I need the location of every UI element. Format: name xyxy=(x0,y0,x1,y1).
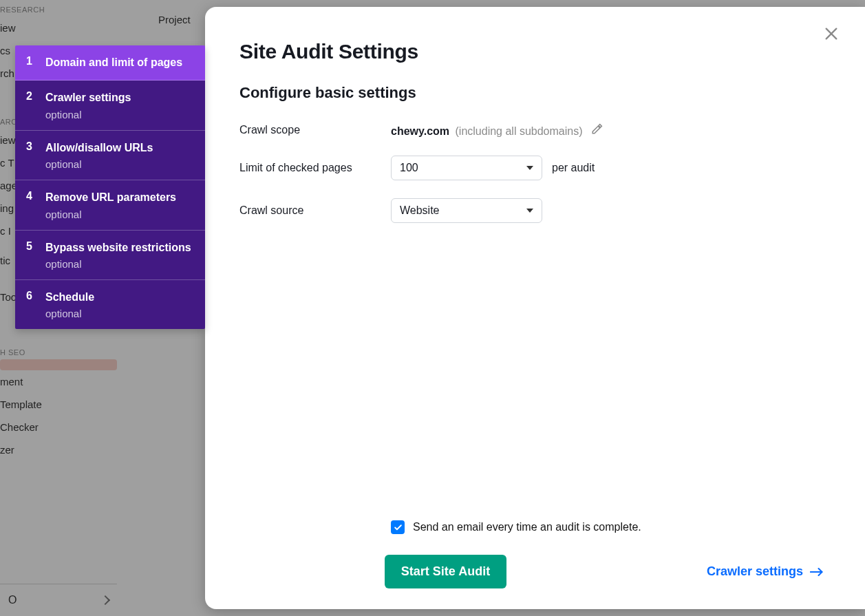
close-button[interactable] xyxy=(824,26,842,44)
row-crawl-scope: Crawl scope chewy.com (including all sub… xyxy=(239,123,831,138)
close-icon xyxy=(824,26,839,41)
step-label: Schedule xyxy=(45,290,194,305)
step-label: Remove URL parameters xyxy=(45,190,194,205)
step-label: Bypass website restrictions xyxy=(45,240,194,255)
step-number: 2 xyxy=(26,90,45,103)
source-select[interactable]: Website xyxy=(391,198,542,223)
wizard-step-urls[interactable]: 3 Allow/disallow URLs optional xyxy=(15,131,205,180)
settings-modal: Site Audit Settings Configure basic sett… xyxy=(205,7,865,609)
next-link-label: Crawler settings xyxy=(707,564,803,579)
limit-label: Limit of checked pages xyxy=(239,162,391,174)
limit-value: 100 xyxy=(400,162,418,173)
email-label: Send an email every time an audit is com… xyxy=(413,521,641,533)
check-icon xyxy=(394,523,403,532)
email-notify-row: Send an email every time an audit is com… xyxy=(391,520,831,534)
modal-title: Site Audit Settings xyxy=(239,40,831,63)
wizard-step-params[interactable]: 4 Remove URL parameters optional xyxy=(15,180,205,230)
arrow-right-icon xyxy=(810,567,824,577)
step-label: Crawler settings xyxy=(45,90,194,105)
step-label: Domain and limit of pages xyxy=(45,55,194,70)
step-sub: optional xyxy=(45,209,194,220)
step-sub: optional xyxy=(45,109,194,120)
scope-domain: chewy.com xyxy=(391,125,449,137)
scope-note: (including all subdomains) xyxy=(456,125,583,137)
step-sub: optional xyxy=(45,158,194,170)
row-limit-pages: Limit of checked pages 100 per audit xyxy=(239,156,831,180)
step-number: 4 xyxy=(26,190,45,202)
wizard-step-crawler[interactable]: 2 Crawler settings optional xyxy=(15,81,205,130)
step-number: 6 xyxy=(26,290,45,302)
step-sub: optional xyxy=(45,258,194,270)
crawl-scope-value: chewy.com (including all subdomains) xyxy=(391,123,604,138)
limit-select[interactable]: 100 xyxy=(391,156,542,180)
step-number: 1 xyxy=(26,55,45,67)
step-sub: optional xyxy=(45,308,194,319)
edit-scope-button[interactable] xyxy=(591,123,604,135)
modal-subtitle: Configure basic settings xyxy=(239,84,831,102)
footer-actions: Start Site Audit Crawler settings xyxy=(239,555,831,588)
crawl-scope-label: Crawl scope xyxy=(239,124,391,136)
row-crawl-source: Crawl source Website xyxy=(239,198,831,223)
modal-footer: Send an email every time an audit is com… xyxy=(239,520,831,588)
step-number: 3 xyxy=(26,140,45,153)
source-label: Crawl source xyxy=(239,204,391,217)
email-checkbox[interactable] xyxy=(391,520,405,534)
wizard-step-domain[interactable]: 1 Domain and limit of pages xyxy=(15,45,205,81)
wizard-step-schedule[interactable]: 6 Schedule optional xyxy=(15,280,205,329)
start-audit-button[interactable]: Start Site Audit xyxy=(385,555,506,588)
chevron-down-icon xyxy=(526,209,533,213)
chevron-down-icon xyxy=(526,166,533,170)
step-label: Allow/disallow URLs xyxy=(45,140,194,156)
wizard-steps: 1 Domain and limit of pages 2 Crawler se… xyxy=(15,45,205,329)
wizard-step-bypass[interactable]: 5 Bypass website restrictions optional xyxy=(15,231,205,280)
source-value: Website xyxy=(400,204,440,216)
step-number: 5 xyxy=(26,240,45,253)
next-crawler-settings-link[interactable]: Crawler settings xyxy=(707,564,824,579)
limit-suffix: per audit xyxy=(552,162,595,174)
pencil-icon xyxy=(591,123,604,135)
